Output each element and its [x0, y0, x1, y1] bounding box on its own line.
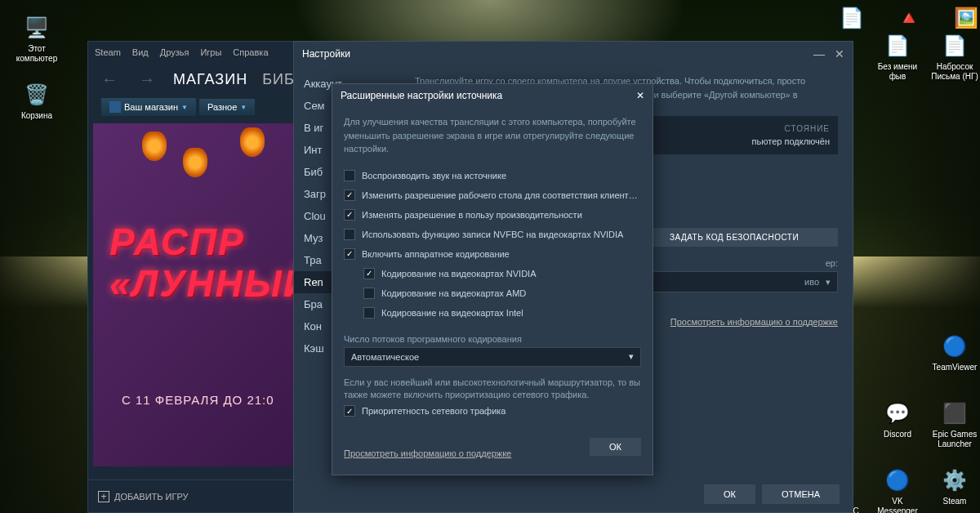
- add-game-label: ДОБАВИТЬ ИГРУ: [114, 492, 189, 502]
- settings-title-text: Настройки: [302, 48, 350, 60]
- lantern-decor: [240, 127, 265, 157]
- nav-store[interactable]: МАГАЗИН: [173, 71, 247, 88]
- your-store-label: Ваш магазин: [124, 102, 178, 112]
- desktop-icon-app-ac[interactable]: 🔺: [884, 5, 934, 34]
- advanced-host-settings-dialog: Расширенные настройки источника ✕ Для ул…: [332, 83, 653, 475]
- desktop-icon-unnamed-fyv[interactable]: 📄Без именифыв: [872, 33, 923, 82]
- app-ac-icon: 🔺: [896, 5, 922, 31]
- menu-игры[interactable]: Игры: [200, 47, 221, 57]
- settings-titlebar: Настройки — ✕: [294, 42, 853, 66]
- adv-check-5[interactable]: Кодирование на видеокартах NVIDIA: [344, 264, 641, 283]
- check-label: Изменить разрешение рабочего стола для с…: [362, 190, 641, 200]
- desktop-icon-this-pc[interactable]: 🖥️Этоткомпьютер: [11, 15, 62, 64]
- check-label: Кодирование на видеокартах AMD: [381, 288, 526, 298]
- nav-back-icon[interactable]: ←: [98, 70, 121, 89]
- icon-label: Epic GamesLauncher: [929, 430, 980, 449]
- adv-check-1[interactable]: Изменить разрешение рабочего стола для с…: [344, 185, 641, 205]
- adv-intro: Для улучшения качества трансляции с этог…: [344, 115, 641, 156]
- adv-check-7[interactable]: Кодирование на видеокартах Intel: [344, 303, 641, 323]
- add-game-button[interactable]: + ДОБАВИТЬ ИГРУ: [98, 491, 189, 502]
- plus-icon: +: [98, 491, 109, 502]
- menu-друзья[interactable]: Друзья: [160, 47, 189, 57]
- checkbox-icon: [344, 209, 355, 221]
- desktop-icon-vk-msg[interactable]: 🔵VKMessenger: [872, 467, 923, 513]
- menu-вид[interactable]: Вид: [132, 47, 149, 57]
- desktop-icon-epic[interactable]: ⬛Epic GamesLauncher: [929, 400, 980, 449]
- minimize-icon[interactable]: —: [813, 47, 825, 60]
- steam-icon-icon: ⚙️: [942, 467, 968, 493]
- settings-footer: ОК ОТМЕНА: [704, 484, 840, 504]
- sale-line2: «ЛУННЫЙ: [109, 263, 312, 305]
- sketch-ng-icon: 📄: [942, 33, 968, 59]
- icon-label: Discord: [872, 430, 923, 439]
- doc-template-icon: 📄: [839, 5, 865, 31]
- vk-msg-icon: 🔵: [884, 467, 911, 493]
- icon-label: Этоткомпьютер: [11, 44, 62, 64]
- unnamed-fyv-icon: 📄: [884, 33, 911, 59]
- adv-support-link[interactable]: Просмотреть информацию о поддержке: [344, 448, 511, 458]
- desktop-icon-sketch-ng[interactable]: 📄НабросокПисьма (НГ): [929, 33, 980, 82]
- adv-ok-button[interactable]: ОК: [590, 438, 641, 456]
- menu-steam[interactable]: Steam: [95, 47, 121, 57]
- adv-check-2[interactable]: Изменять разрешение в пользу производите…: [344, 205, 641, 225]
- misc-label: Разное: [207, 102, 237, 112]
- nav-fwd-icon[interactable]: →: [136, 70, 158, 89]
- sale-dates: С 11 ФЕВРАЛЯ ДО 21:0: [122, 393, 274, 407]
- icon-label: Без именифыв: [872, 62, 923, 82]
- threads-label: Число потоков программного кодирования: [344, 334, 641, 344]
- epic-icon: ⬛: [942, 400, 968, 426]
- adv-check-3[interactable]: Использовать функцию записи NVFBC на вид…: [344, 225, 641, 244]
- recycle-bin-icon: 🗑️: [24, 82, 50, 108]
- checkbox-icon: [363, 268, 375, 279]
- desktop-icon-doc-template[interactable]: 📄: [826, 5, 877, 34]
- sale-line1: РАСПР: [109, 221, 312, 263]
- checkbox-icon: [344, 170, 355, 181]
- misc-tab[interactable]: Разное ▼: [199, 99, 255, 115]
- adv-check-4[interactable]: Включить аппаратное кодирование: [344, 244, 641, 264]
- checkbox-icon: [344, 190, 355, 201]
- adv-titlebar: Расширенные настройки источника ✕: [332, 84, 653, 107]
- settings-cancel-button[interactable]: ОТМЕНА: [762, 484, 840, 504]
- icon-label: VKMessenger: [872, 497, 923, 513]
- lantern-decor: [183, 148, 207, 177]
- sale-banner: РАСПР «ЛУННЫЙ: [109, 221, 312, 304]
- teamviewer-icon: 🔵: [942, 333, 968, 359]
- checkbox-icon: [363, 307, 375, 319]
- adv-title-text: Расширенные настройки источника: [341, 90, 502, 101]
- close-icon[interactable]: ✕: [835, 47, 844, 60]
- icon-label: НабросокПисьма (НГ): [929, 62, 980, 82]
- menu-справка[interactable]: Справка: [233, 47, 268, 57]
- set-security-code-button[interactable]: ЗАДАТЬ КОД БЕЗОПАСНОСТИ: [630, 228, 838, 247]
- check-label: Изменять разрешение в пользу производите…: [362, 210, 582, 220]
- close-icon[interactable]: ✕: [636, 90, 644, 101]
- desktop-icon-doc-img[interactable]: 🖼️: [941, 5, 980, 34]
- settings-ok-button[interactable]: ОК: [704, 484, 755, 504]
- icon-label: Steam: [929, 497, 980, 506]
- adv-check-0[interactable]: Воспроизводить звук на источнике: [344, 166, 641, 185]
- icon-label: Корзина: [11, 111, 62, 121]
- chevron-down-icon: ▾: [826, 277, 831, 288]
- threads-value: Автоматическое: [351, 352, 419, 362]
- check-label: Использовать функцию записи NVFBC на вид…: [362, 230, 623, 239]
- your-store-tab[interactable]: Ваш магазин ▼: [101, 98, 196, 116]
- threads-select[interactable]: Автоматическое ▾: [344, 347, 641, 367]
- check-label: Включить аппаратное кодирование: [362, 249, 510, 259]
- discord-icon: 💬: [884, 400, 911, 426]
- router-note: Если у вас новейший или высокотехнологич…: [344, 377, 641, 402]
- checkbox-icon: [344, 229, 355, 240]
- checkbox-icon: [344, 248, 355, 260]
- priority-label: Приоритетность сетевого трафика: [362, 406, 506, 416]
- priority-check[interactable]: Приоритетность сетевого трафика: [344, 401, 641, 421]
- desktop-icon-discord[interactable]: 💬Discord: [872, 400, 923, 439]
- check-label: Кодирование на видеокартах NVIDIA: [381, 269, 537, 279]
- adv-check-6[interactable]: Кодирование на видеокартах AMD: [344, 283, 641, 303]
- desktop-icon-teamviewer[interactable]: 🔵TeamViewer: [929, 333, 980, 372]
- doc-img-icon: 🖼️: [953, 5, 979, 31]
- desktop-icon-steam-icon[interactable]: ⚙️Steam: [929, 467, 980, 506]
- check-label: Воспроизводить звук на источнике: [362, 171, 506, 181]
- checkbox-icon: [344, 405, 355, 417]
- your-store-icon: [109, 101, 121, 113]
- desktop-icon-recycle-bin[interactable]: 🗑️Корзина: [11, 82, 62, 121]
- select-value: иво: [804, 277, 819, 287]
- icon-label: TeamViewer: [929, 363, 980, 372]
